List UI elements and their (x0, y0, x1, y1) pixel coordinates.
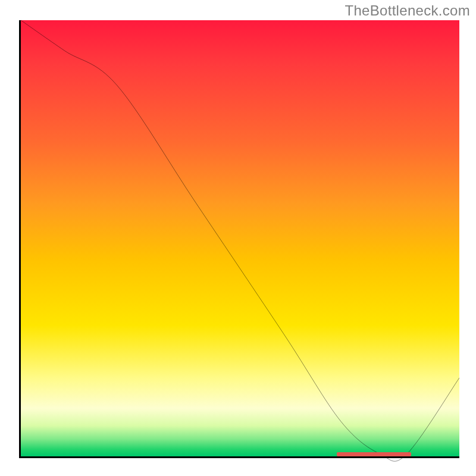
bottleneck-curve-path (21, 20, 459, 461)
bottleneck-curve-svg (21, 20, 459, 456)
chart-frame: TheBottleneck.com (0, 0, 476, 476)
plot-area (19, 20, 459, 458)
attribution-label: TheBottleneck.com (345, 2, 470, 19)
optimal-range-marker (337, 452, 411, 456)
